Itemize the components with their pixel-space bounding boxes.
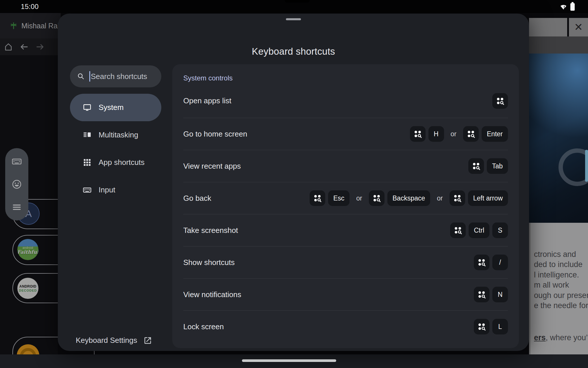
shortcut-keys: Escor Backspaceor Left arrow: [310, 190, 508, 206]
multitasking-icon: [83, 130, 92, 139]
action-key-glyph: [466, 129, 476, 139]
battery-icon: [570, 3, 575, 11]
section-title: System controls: [183, 72, 508, 84]
keyboard-settings-label: Keyboard Settings: [76, 336, 137, 345]
shortcut-row: Open apps list: [183, 84, 508, 118]
apps-grid-icon: [83, 158, 92, 167]
key-chip: Enter: [482, 126, 508, 142]
screen: Mishaal Rahma A android Faithful ANDROID…: [0, 0, 588, 368]
dialog-title: Keyboard shortcuts: [58, 46, 529, 57]
shortcut-keys: CtrlS: [450, 222, 508, 238]
shortcuts-panel: System controls Open apps list Go to hom…: [172, 64, 519, 348]
action-key-glyph: [477, 322, 486, 331]
dialog-drag-handle[interactable]: [286, 18, 301, 20]
category-list: System Multitasking: [70, 94, 161, 204]
key-chip: Ctrl: [469, 222, 489, 238]
shortcut-keys: Tab: [468, 158, 508, 174]
shortcut-row: Go back Escor Backspaceor Left arrow: [183, 182, 508, 214]
shortcut-row: Show shortcuts /: [183, 246, 508, 278]
dialog-sidebar: Search shortcuts System: [70, 65, 161, 351]
shortcut-keys: L: [474, 319, 508, 334]
tab-label: App shortcuts: [99, 158, 145, 167]
shortcut-keys: /: [474, 255, 508, 270]
shortcut-label: Lock screen: [183, 322, 224, 331]
search-placeholder: Search shortcuts: [91, 72, 147, 81]
action-key-glyph: [477, 290, 486, 299]
action-key-glyph: [495, 96, 505, 106]
key-chip: S: [492, 222, 508, 238]
shortcut-list: Open apps list Go to home screen Hor Ent…: [183, 84, 508, 343]
key-chip: Left arrow: [468, 190, 508, 206]
camera-notch: [285, 0, 310, 3]
shortcut-keys: N: [474, 287, 508, 302]
key-chip: N: [492, 287, 508, 302]
shortcut-row: Take screenshot CtrlS: [183, 214, 508, 246]
tab-label: Input: [99, 185, 115, 194]
tab-multitasking[interactable]: Multitasking: [70, 121, 161, 149]
action-key-icon: [310, 190, 325, 206]
key-chip: H: [428, 126, 444, 142]
or-label: or: [451, 130, 456, 138]
shortcut-keys: Hor Enter: [410, 126, 508, 142]
action-key-glyph: [477, 258, 486, 267]
action-key-glyph: [372, 194, 381, 203]
key-chip: Esc: [328, 190, 350, 206]
shortcut-label: View notifications: [183, 290, 241, 299]
text-cursor: [89, 71, 90, 82]
shortcut-keys: [492, 93, 508, 109]
action-key-icon: [474, 287, 489, 302]
monitor-icon: [83, 103, 92, 112]
shortcut-label: Go back: [183, 194, 211, 203]
keyboard-settings-link[interactable]: Keyboard Settings: [76, 336, 152, 345]
action-key-icon: [468, 158, 484, 174]
action-key-glyph: [413, 129, 422, 139]
shortcut-label: View recent apps: [183, 162, 241, 171]
action-key-icon: [450, 190, 465, 206]
tab-input[interactable]: Input: [70, 176, 161, 204]
action-key-glyph: [453, 194, 462, 203]
gesture-nav-handle[interactable]: [242, 359, 336, 362]
action-key-icon: [492, 93, 508, 109]
shortcut-row: View recent apps Tab: [183, 150, 508, 182]
shortcut-row: Go to home screen Hor Enter: [183, 118, 508, 150]
action-key-glyph: [313, 194, 322, 203]
or-label: or: [437, 194, 443, 202]
shortcut-label: Show shortcuts: [183, 258, 235, 267]
key-chip: Tab: [487, 158, 508, 174]
clock: 15:00: [21, 3, 39, 11]
shortcut-label: Go to home screen: [183, 130, 247, 139]
shortcut-label: Take screenshot: [183, 226, 238, 235]
keyboard-icon: [83, 185, 92, 194]
search-icon: [77, 72, 85, 80]
action-key-icon: [474, 319, 489, 334]
tab-system[interactable]: System: [70, 94, 161, 121]
action-key-icon: [410, 126, 426, 142]
tab-label: Multitasking: [99, 130, 138, 139]
open-in-new-icon: [143, 336, 152, 345]
action-key-icon: [474, 255, 489, 270]
status-icons: [559, 3, 575, 11]
keyboard-shortcuts-dialog: Keyboard shortcuts Search shortcuts Syst…: [58, 14, 529, 351]
action-key-icon: [369, 190, 384, 206]
action-key-glyph: [453, 226, 463, 235]
shortcut-label: Open apps list: [183, 96, 231, 105]
action-key-icon: [450, 222, 466, 238]
shortcut-row: Lock screen L: [183, 310, 508, 343]
search-input[interactable]: Search shortcuts: [70, 65, 161, 87]
shortcut-row: View notifications N: [183, 278, 508, 310]
action-key-icon: [463, 126, 479, 142]
key-chip: Backspace: [387, 190, 430, 206]
tab-app-shortcuts[interactable]: App shortcuts: [70, 149, 161, 176]
or-label: or: [356, 194, 362, 202]
wifi-alert-icon: [559, 3, 567, 10]
key-chip: L: [492, 319, 508, 334]
key-chip: /: [492, 255, 508, 270]
tab-label: System: [99, 103, 124, 112]
action-key-glyph: [471, 161, 481, 171]
